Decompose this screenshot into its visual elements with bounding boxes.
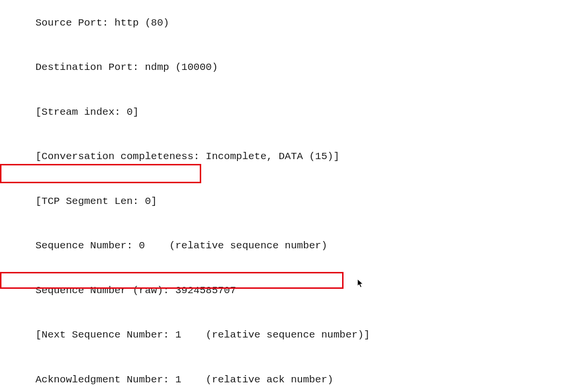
field-text: Sequence Number (raw): 3924585707 (35, 285, 236, 296)
field-text: [TCP Segment Len: 0] (35, 196, 157, 207)
field-conversation-completeness[interactable]: ·[Conversation completeness: Incomplete,… (0, 135, 579, 180)
field-source-port[interactable]: ·Source Port: http (80) (0, 1, 579, 46)
field-text: Sequence Number: 0 (relative sequence nu… (35, 240, 327, 251)
field-text: Destination Port: ndmp (10000) (35, 62, 218, 73)
packet-details-tree[interactable]: ·Source Port: http (80) ·Destination Por… (0, 0, 579, 392)
expand-icon: · (28, 328, 35, 343)
field-text: [Conversation completeness: Incomplete, … (35, 151, 339, 162)
expand-icon: · (28, 61, 35, 76)
field-sequence-number[interactable]: ·Sequence Number: 0 (relative sequence n… (0, 224, 579, 269)
field-sequence-number-raw[interactable]: ·Sequence Number (raw): 3924585707 (0, 269, 579, 313)
field-next-sequence-number[interactable]: ·[Next Sequence Number: 1 (relative sequ… (0, 313, 579, 358)
field-text: [Next Sequence Number: 1 (relative seque… (35, 329, 370, 340)
expand-icon: · (28, 373, 35, 388)
field-tcp-segment-len[interactable]: ·[TCP Segment Len: 0] (0, 179, 579, 224)
expand-icon: · (28, 195, 35, 210)
expand-icon: · (28, 284, 35, 299)
field-text: Acknowledgment Number: 1 (relative ack n… (35, 374, 333, 385)
field-text: Source Port: http (80) (35, 17, 169, 28)
expand-icon: · (28, 16, 35, 31)
field-destination-port[interactable]: ·Destination Port: ndmp (10000) (0, 46, 579, 91)
field-text: [Stream index: 0] (35, 107, 138, 118)
field-acknowledgment-number[interactable]: ·Acknowledgment Number: 1 (relative ack … (0, 358, 579, 392)
field-stream-index[interactable]: ·[Stream index: 0] (0, 90, 579, 135)
expand-icon: · (28, 239, 35, 254)
expand-icon: · (28, 150, 35, 165)
expand-icon: · (28, 106, 35, 121)
